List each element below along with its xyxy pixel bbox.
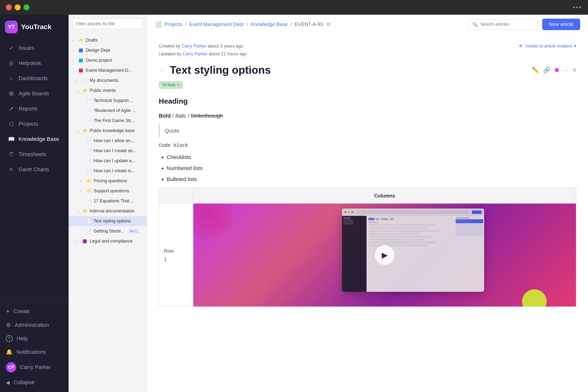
sidebar-item-agile-boards[interactable]: ⊞ Agile Boards — [2, 86, 67, 101]
sidebar-administration[interactable]: ⚙ Administration — [0, 318, 68, 332]
breadcrumb-sep-2: / — [246, 22, 248, 27]
tree-item-text-styling-options[interactable]: 📄 Text styling options — [68, 216, 147, 226]
copy-icon[interactable]: ⧉ — [327, 22, 330, 27]
create-label: Create — [14, 308, 30, 314]
close-button[interactable] — [6, 4, 12, 10]
collapse-icon: ◀ — [6, 380, 10, 386]
tag-close-icon[interactable]: × — [177, 82, 179, 88]
sidebar-item-timesheets[interactable]: ⏱ Timesheets — [2, 147, 67, 162]
sidebar-user[interactable]: CP Carry Parker — [0, 359, 68, 376]
tree-item-how-allow[interactable]: 📄 How can I allow an... — [68, 136, 147, 146]
sidebar-item-reports[interactable]: ↗ Reports — [2, 102, 67, 116]
tree-item-drafts[interactable]: › 📁 Drafts — [68, 35, 147, 45]
link-icon[interactable]: 🔗 — [543, 67, 550, 74]
sidebar-create-button[interactable]: + Create — [0, 304, 68, 318]
chevron-right-icon: › — [80, 179, 85, 183]
file-tree-panel: › 📁 Drafts › Design Dept › Demo project … — [68, 15, 147, 392]
tree-item-internal-documentation[interactable]: ⌄ 📁 Internal documentation — [68, 206, 147, 216]
content-heading: Heading — [159, 95, 576, 107]
tree-item-how-update[interactable]: 📄 How can I update a... — [68, 156, 147, 166]
dashboards-label: Dashboards — [18, 75, 48, 82]
tree-label: Getting Starte... — [94, 228, 124, 234]
table-cell-video: Backlog Open In Progress Fixed Search: B… — [193, 203, 576, 306]
chevron-right-icon: › — [72, 48, 77, 52]
play-button[interactable]: ▶ — [375, 245, 394, 265]
updated-by-link[interactable]: Carry Parker — [182, 52, 208, 56]
blockquote: Quote — [159, 124, 576, 137]
tree-item-first-game[interactable]: 📄 The First Game Str... — [68, 116, 147, 126]
doc-icon: 📄 — [87, 168, 92, 173]
new-article-button[interactable]: New article — [542, 18, 580, 30]
video-container[interactable]: Backlog Open In Progress Fixed Search: B… — [193, 204, 576, 306]
edit-icon[interactable]: ✏️ — [532, 67, 539, 74]
minimize-button[interactable] — [15, 4, 20, 10]
tree-item-17-equations[interactable]: 📄 17 Equations That ... — [68, 196, 147, 206]
tree-label: Drafts — [86, 38, 98, 43]
breadcrumb-event-mgmt[interactable]: Event Management Dept — [190, 22, 244, 27]
more-options-icon[interactable]: ··· — [563, 67, 568, 74]
filter-articles-input[interactable] — [72, 18, 143, 29]
tree-label: Text styling options — [94, 218, 131, 224]
visibility-control[interactable]: 👁 Visible to article readers ▾ — [519, 42, 576, 50]
projects-icon: ⬡ — [8, 120, 15, 128]
tree-item-boulevard-of-agile[interactable]: 📄 "Boulevard of Agile ... — [68, 106, 147, 116]
star-icon[interactable]: ☆ — [159, 66, 165, 74]
sidebar-help[interactable]: ? Help — [0, 332, 68, 346]
tree-item-demo-project[interactable]: › Demo project — [68, 55, 147, 66]
eye-icon: 👁 — [519, 42, 523, 50]
breadcrumb-projects[interactable]: Projects — [164, 22, 182, 27]
tree-label: Internal documentation — [90, 208, 134, 214]
tree-item-how-create-an[interactable]: 📄 How can I create an... — [68, 146, 147, 156]
sidebar-item-gantt-charts[interactable]: ≡ Gantt Charts — [2, 162, 67, 177]
tree-item-public-events[interactable]: ⌄ 📁 Public events — [68, 86, 147, 96]
yt-icon[interactable]: ⬟ — [554, 67, 559, 73]
created-by-link[interactable]: Carry Parker — [182, 44, 206, 48]
top-bar-actions: 🔍 New article — [469, 18, 580, 30]
tree-item-technical-support[interactable]: 📄 Technical Support ... — [68, 96, 147, 106]
chevron-right-icon: › — [76, 239, 81, 243]
doc-icon: 📄 — [87, 138, 92, 143]
tree-label: "Boulevard of Agile ... — [94, 108, 136, 113]
tree-item-pricing-questions[interactable]: › 📁 Pricing questions — [68, 176, 147, 186]
tree-item-design-dept[interactable]: › Design Dept — [68, 45, 147, 55]
visibility-label: Visible to article readers — [525, 42, 572, 50]
help-label: Help — [17, 336, 28, 342]
tree-label: How can I create is... — [94, 168, 135, 174]
bold-text: Bold — [159, 113, 171, 119]
tree-item-how-create-is[interactable]: 📄 How can I create is... — [68, 166, 147, 176]
sidebar-item-projects[interactable]: ⬡ Projects — [2, 116, 67, 131]
tree-label: Pricing questions — [94, 178, 127, 184]
title-bar-more-icon[interactable]: ••• — [573, 4, 582, 11]
sidebar-item-knowledge-base[interactable]: 📖 Knowledge Base — [2, 132, 67, 146]
agile-boards-label: Agile Boards — [18, 90, 49, 97]
maximize-button[interactable] — [24, 4, 30, 10]
tree-item-public-knowledge-base[interactable]: ⌄ 📁 Public knowledge base — [68, 126, 147, 136]
tree-item-getting-started[interactable]: 📄 Getting Starte... in r... — [68, 226, 147, 236]
knowledge-base-label: Knowledge Base — [18, 136, 59, 142]
toc-icon[interactable]: ≡ — [573, 67, 576, 74]
sidebar: YT YouTrack ✓ Issues ◎ Helpdesk ○ Dashbo… — [0, 15, 68, 392]
search-bar[interactable]: 🔍 — [469, 19, 537, 30]
search-articles-input[interactable] — [480, 22, 534, 27]
sidebar-collapse[interactable]: ◀ Collapse — [0, 376, 68, 389]
list-item: Numbered lists — [166, 164, 576, 173]
sidebar-item-dashboards[interactable]: ○ Dashboards — [2, 71, 67, 86]
sidebar-item-helpdesk[interactable]: ◎ Helpdesk — [2, 56, 67, 70]
tree-item-event-management[interactable]: ⌄ Event Management D... — [68, 66, 147, 76]
doc-icon: 📄 — [87, 148, 92, 153]
chevron-down-icon: ⌄ — [76, 129, 81, 133]
file-tree-search — [68, 15, 147, 33]
sidebar-logo[interactable]: YT YouTrack — [0, 15, 68, 38]
tree-item-legal-compliance[interactable]: › Legal and compliance — [68, 236, 147, 246]
tree-label: The First Game Str... — [94, 118, 134, 123]
helpdesk-icon: ◎ — [8, 60, 15, 67]
administration-icon: ⚙ — [6, 322, 11, 328]
tag-badge: To look × — [159, 81, 183, 89]
tree-item-support-questions[interactable]: › 📁 Support questions — [68, 186, 147, 196]
sidebar-notifications[interactable]: 🔔 Notifications — [0, 346, 68, 359]
sidebar-item-issues[interactable]: ✓ Issues — [2, 41, 67, 55]
folder-icon: 📁 — [83, 88, 88, 93]
tree-item-my-documents[interactable]: › 📄 My documents — [68, 76, 147, 86]
title-bar: ••• — [0, 0, 588, 15]
breadcrumb-knowledge-base[interactable]: Knowledge Base — [251, 22, 288, 27]
